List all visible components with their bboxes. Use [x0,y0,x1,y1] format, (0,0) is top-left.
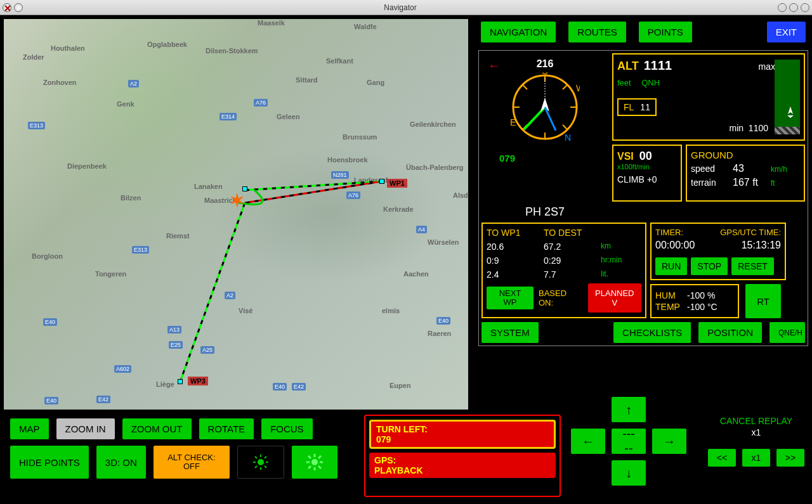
svg-point-31 [311,459,318,465]
vsi-climb: CLIMB +0 [617,174,677,184]
svg-line-21 [545,107,556,131]
altitude-panel: ALT 1111 max 1200 feet QNH FL 11 min [612,53,805,141]
qne-button[interactable]: QNE/H [769,322,805,343]
alt-max-label: max [759,61,775,72]
zoom-out-button[interactable]: ZOOM OUT [122,418,192,439]
ground-terrain-unit: ft [771,179,775,188]
window-btn-3[interactable] [801,3,809,12]
points-button[interactable]: POINTS [639,22,692,42]
svg-text:N: N [565,132,571,142]
window-btn-2[interactable] [789,3,798,12]
replay-speed-label: x1 [720,427,792,437]
timer-stop-button[interactable]: STOP [691,257,728,275]
flight-level-box: FL 11 [617,98,657,116]
gps-time-label: GPS/UTC TIME: [720,228,781,237]
arrow-right-icon: → [663,434,676,449]
timer-panel: TIMER: GPS/UTC TIME: 00:00:00 15:13:19 R… [650,223,786,280]
next-wp-button[interactable]: NEXT WP [487,287,534,310]
window-close-icon[interactable] [3,3,11,12]
replay-fwd-button[interactable]: >> [776,449,804,467]
fl-label: FL [624,102,634,112]
arrow-down-icon: ↓ [625,466,632,481]
svg-line-11 [523,85,527,89]
alt-min-label: min [730,123,744,133]
checklists-button[interactable]: CHECKLISTS [613,322,691,343]
arrow-left-icon: ← [582,434,594,449]
gps-time-value: 15:13:19 [742,240,781,251]
dpad-down-button[interactable]: ↓ [612,460,646,486]
rotate-button[interactable]: ROTATE [199,418,254,439]
replay-speed-button[interactable]: x1 [742,449,770,467]
dpad-up-button[interactable]: ↑ [612,397,646,422]
position-button[interactable]: POSITION [698,322,762,343]
window-minimize-icon[interactable] [14,3,23,12]
routes-button[interactable]: ROUTES [568,22,626,42]
wp-fuel-unit: lit. [601,269,608,280]
replay-back-button[interactable]: << [708,449,736,467]
svg-line-20 [524,107,545,129]
alt-qnh-label: QNH [641,78,660,87]
wp-fuel-1: 2.4 [487,269,544,280]
timer-value: 00:00:00 [655,240,695,251]
dpad-right-button[interactable]: → [652,429,686,454]
brightness-down-button[interactable] [237,446,284,479]
temp-label: TEMP [655,302,682,312]
waypoint-label: WP3 [188,377,208,385]
wp-time-unit: hr:min [601,255,622,266]
compass-gauge: ← 216 S W E N [481,53,608,167]
wp-time-1: 0:9 [487,255,544,266]
ground-speed-label: speed [691,164,726,174]
svg-line-29 [255,466,257,468]
window-btn-1[interactable] [778,3,787,12]
dpad: ↑ ← ----- → ↓ [571,397,686,486]
waypoint-marker [178,379,183,384]
ground-terrain-label: terrain [691,178,726,188]
waypoint-marker [379,179,384,184]
dpad-center-button[interactable]: ----- [612,429,646,454]
temp-value: -100 °C [687,302,717,312]
wp-time-2: 0:29 [544,255,601,266]
svg-line-36 [308,456,311,458]
alert-line: GPS: [374,455,551,465]
wp-dist-unit: km [601,242,611,252]
planned-v-button[interactable]: PLANNED V [588,283,641,313]
alt-unit: feet [617,78,631,87]
system-button[interactable]: SYSTEM [481,322,539,343]
timer-run-button[interactable]: RUN [655,257,687,275]
sun-dim-icon [247,451,275,473]
ground-speed-unit: km/h [771,165,787,174]
ground-speed-value: 43 [733,163,764,174]
hum-label: HUM [655,290,682,300]
svg-line-14 [563,125,567,129]
alt-check-button[interactable]: ALT CHECK: OFF [154,446,230,479]
heading-value: 216 [537,58,554,70]
navigation-button[interactable]: NAVIGATION [481,22,556,42]
exit-button[interactable]: EXIT [767,22,806,42]
ground-title: GROUND [691,150,800,160]
ground-terrain-value: 167 ft [733,177,764,188]
svg-text:W: W [576,83,580,93]
svg-line-30 [265,456,266,458]
svg-line-38 [308,466,311,468]
zoom-in-button[interactable]: ZOOM IN [56,418,115,439]
focus-button[interactable]: FOCUS [261,418,313,439]
ground-panel: GROUND speed 43 km/h terrain 167 ft ft [686,145,805,202]
timer-reset-button[interactable]: RESET [731,257,774,275]
cancel-replay-label[interactable]: CANCEL REPLAY [720,416,792,426]
brightness-up-button[interactable] [292,446,337,479]
course-value: 079 [499,153,515,164]
alert-line: 079 [376,434,549,444]
waypoint-label: WP1 [387,179,407,188]
alert-turn-left: TURN LEFT: 079 [369,420,556,449]
hide-points-button[interactable]: HIDE POINTS [10,446,89,479]
3d-toggle-button[interactable]: 3D: ON [96,446,146,479]
map-button[interactable]: MAP [10,418,49,439]
alert-line: TURN LEFT: [376,424,549,434]
wp-dist-2: 67.2 [544,242,601,252]
instrument-panel: ← 216 S W E N [478,50,808,346]
alt-label: ALT [617,60,639,73]
map-view[interactable]: Maaseik Waldfe Houthalen Zolder Opglabbe… [4,19,468,410]
rt-button[interactable]: RT [745,284,781,318]
vsi-unit: x100ft/min [617,163,677,171]
dpad-left-button[interactable]: ← [571,429,605,454]
